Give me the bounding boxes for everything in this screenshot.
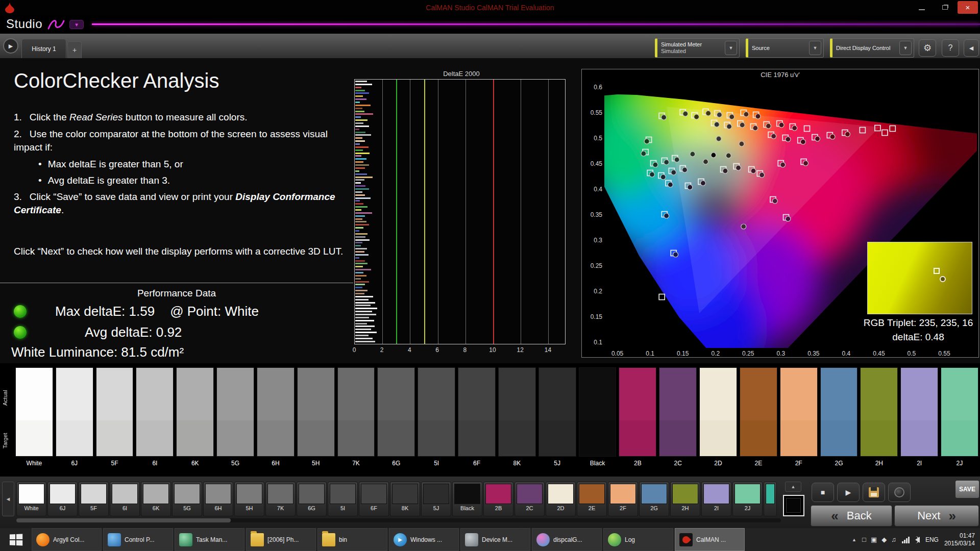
deltae-bar [355,245,361,246]
comparator-swatch-5J[interactable]: 5J [421,482,451,516]
collapse-panel-button[interactable]: ◀ [964,39,979,57]
stop-icon: ■ [821,488,825,496]
settings-button[interactable]: ⚙ [919,39,936,57]
network-signal-icon[interactable] [902,536,910,543]
taskbar-item[interactable]: Log [603,528,673,551]
taskbar-item[interactable]: Argyll Col... [32,528,102,551]
start-button[interactable] [0,528,32,551]
read-series-button[interactable]: ▶ [837,483,860,502]
deltae-bar [355,153,370,154]
comparator-swatch-2H[interactable]: 2H [670,482,700,516]
comparator-swatch-2J[interactable]: 2J [732,482,763,516]
chevron-down-icon[interactable]: ▼ [899,41,912,55]
close-button[interactable]: × [958,1,978,14]
comparator-scrollbar[interactable] [16,518,781,522]
swatch-Black [579,367,617,457]
next-button[interactable]: Next» [894,505,979,527]
current-color-preview[interactable] [783,495,804,516]
taskbar-item[interactable]: Control P... [103,528,173,551]
deltae-bar [355,134,371,136]
comparator-swatch-partial[interactable] [764,482,777,516]
comparator-swatch-2E[interactable]: 2E [577,482,607,516]
comparator-swatch-2F[interactable]: 2F [608,482,638,516]
cie-ytick-label: 0.1 [594,339,602,346]
cie-measured-marker [641,151,646,156]
taskbar-item[interactable]: [2006] Ph... [246,528,316,551]
display-control-dropdown[interactable]: Direct Display Control ▼ [830,38,914,58]
scrollbar-thumb[interactable] [16,518,231,522]
calman-icon [679,533,693,546]
comparator-swatch-2C[interactable]: 2C [514,482,545,516]
stop-button[interactable]: ■ [812,483,834,502]
taskbar-item[interactable]: bin [317,528,387,551]
deltae-bar [355,251,364,253]
taskbar-item[interactable]: ▶Windows ... [389,528,459,551]
max-deltae-value: Max deltaE: 1.59 [55,304,155,319]
comparator-swatch-5G[interactable]: 5G [172,482,202,516]
comparator-swatch-Black[interactable]: Black [452,482,482,516]
add-tab-button[interactable]: + [67,41,82,58]
comparator-swatch-5F[interactable]: 5F [79,482,109,516]
color-swatch-section: Actual Target White6J5F6I6K5G6H5H7K6G5I6… [0,363,980,477]
app-icon [179,533,192,546]
comparator-swatch-5H[interactable]: 5H [234,482,264,516]
comparator-swatch-2B[interactable]: 2B [483,482,513,516]
chevron-down-icon[interactable]: ▼ [725,41,737,55]
comparator-swatch-6F[interactable]: 6F [359,482,389,516]
back-button[interactable]: «Back [811,505,892,527]
deltae-bar [355,164,369,166]
tray-icon[interactable]: □ [862,536,866,543]
scroll-left-button[interactable]: ◄ [2,482,14,516]
comparator-swatch-2D[interactable]: 2D [546,482,576,516]
minimize-button[interactable] [912,1,932,14]
tray-icon[interactable]: ▣ [871,536,877,543]
cie-measured-marker [786,137,791,142]
deltae-bar [355,272,363,273]
inset-rgb-label: RGB Triplet: 235, 235, 16 [837,317,980,329]
volume-icon[interactable] [915,537,920,543]
deltae-bar [355,305,371,306]
comparator-swatch-7K[interactable]: 7K [265,482,296,516]
comparator-swatch-6G[interactable]: 6G [297,482,327,516]
comparator-swatch-2G[interactable]: 2G [639,482,669,516]
comparator-swatch-6J[interactable]: 6J [47,482,78,516]
swatch-actual [941,368,978,420]
deltae-bar [355,329,371,330]
expand-comparator-button[interactable]: ▲ [785,482,801,492]
meter-button[interactable] [888,483,911,502]
restore-button[interactable] [935,1,955,14]
tray-expand-icon[interactable]: ▲ [852,537,856,542]
comparator-swatch-6H[interactable]: 6H [203,482,233,516]
meter-dropdown[interactable]: Simulated Meter Simulated ▼ [655,38,740,58]
comparator-swatch-8K[interactable]: 8K [390,482,420,516]
save-button[interactable]: SAVE [955,481,979,498]
preview-swatch [786,498,801,513]
deltae-bar [355,233,368,235]
window-controls: × [912,1,978,14]
history-nav-button[interactable]: ▶ [3,38,18,54]
tray-icon[interactable]: ♫ [891,536,896,543]
comparator-swatch-6I[interactable]: 6I [110,482,140,516]
taskbar-item[interactable]: CalMAN ... [675,528,745,551]
clock[interactable]: 01:47 2015/03/14 [944,532,975,547]
studio-menu-button[interactable]: ▾ [69,20,84,29]
language-indicator[interactable]: ENG [925,536,939,543]
comparator-swatch-5I[interactable]: 5I [328,482,358,516]
chevron-down-icon[interactable]: ▼ [809,41,821,55]
tab-history-1[interactable]: History 1 [21,39,66,58]
windows-logo-icon [10,534,22,545]
comparator-label: 2G [641,505,667,511]
deltae-bar [355,203,363,205]
comparator-swatch-White[interactable]: White [16,482,46,516]
tray-icon[interactable]: ◆ [881,536,887,543]
taskbar-item[interactable]: dispcalG... [532,528,602,551]
comparator-swatch-6K[interactable]: 6K [141,482,171,516]
deltae-xtick-label: 12 [517,346,524,354]
source-dropdown[interactable]: Source ▼ [746,38,824,58]
help-button[interactable]: ? [942,39,959,57]
save-measurement-button[interactable] [863,483,885,502]
taskbar-item[interactable]: Device M... [460,528,530,551]
comparator-swatch-2I[interactable]: 2I [701,482,731,516]
deltae-bar [355,200,360,202]
taskbar-item[interactable]: Task Man... [175,528,244,551]
